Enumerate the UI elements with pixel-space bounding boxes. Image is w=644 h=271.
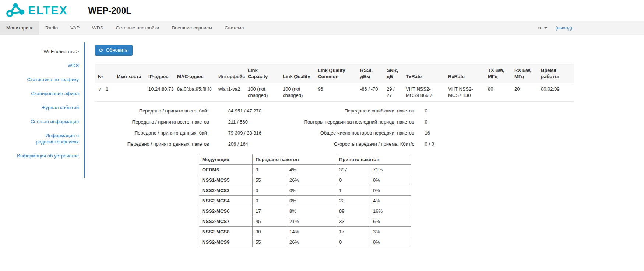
mod-rx-pct: 0% (370, 185, 411, 196)
client-details-right: Передано с ошибками, пакетов 0 Повторы п… (261, 108, 434, 152)
mod-col-rx-packets: Принято пакетов (336, 154, 411, 165)
modulation-row: NSS2-MCS7 45 21% 33 6% (199, 216, 411, 227)
sidebar-item-wifi-clients[interactable]: Wi-Fi клиенты > (15, 48, 79, 55)
col-header-rx-bw: RX BW, МГц (511, 64, 538, 83)
col-header-rssi: RSSI, дБм (357, 64, 384, 83)
eltex-logo-icon (4, 1, 27, 20)
mod-tx-count: 0 (253, 185, 286, 196)
mod-tx-count: 30 (253, 227, 286, 237)
mod-tx-pct: 21% (286, 216, 336, 227)
tab-radio[interactable]: Radio (39, 21, 64, 35)
client-mac: 8a:0f:ba:95:f8:f8 (174, 83, 215, 102)
detail-value: 0 (425, 108, 427, 114)
tab-monitoring[interactable]: Мониторинг (0, 21, 39, 35)
tab-external-services[interactable]: Внешние сервисы (165, 21, 218, 35)
modulation-row: NSS2-MCS4 0 0% 22 4% (199, 196, 411, 206)
modulation-header-row: Модуляция Передано пакетов Принято пакет… (199, 154, 411, 165)
collapse-chevron-icon[interactable]: ∨ (98, 86, 101, 93)
mod-rx-count: 22 (336, 196, 370, 206)
mod-rx-pct: 4% (370, 196, 411, 206)
mod-name: OFDM6 (199, 165, 253, 175)
col-header-link-quality-common: Link Quality Common (315, 64, 357, 83)
client-link-capacity: 100 (not changed) (245, 83, 280, 102)
detail-label: Передано / принято всего, пакетов (95, 119, 209, 125)
mod-tx-count: 0 (253, 196, 286, 206)
main-nav: Мониторинг Radio VAP WDS Сетевые настрой… (0, 21, 644, 35)
mod-tx-pct: 14% (286, 227, 336, 237)
modulation-row: NSS2-MCS3 0 0% 1 0% (199, 185, 411, 196)
sidebar-item-wds[interactable]: WDS (15, 62, 79, 69)
modulation-row: NSS2-MCS8 30 14% 17 3% (199, 227, 411, 237)
modulation-table: Модуляция Передано пакетов Принято пакет… (199, 154, 411, 247)
client-hostname (114, 83, 145, 102)
modulation-row: OFDM6 9 4% 397 71% (199, 165, 411, 175)
client-link-quality-common: 96 (315, 83, 357, 102)
col-header-uptime: Время работы (538, 64, 574, 83)
language-label: ru (538, 25, 543, 31)
col-header-txrate: TxRate (403, 64, 445, 83)
detail-label: Скорость передачи / приема, Кбит/с (261, 141, 414, 147)
mod-tx-count: 55 (253, 237, 286, 247)
client-details-left: Передано / принято всего, байт 84 951 / … (95, 108, 261, 152)
tab-network-settings[interactable]: Сетевые настройки (109, 21, 165, 35)
language-selector[interactable]: ru (538, 25, 548, 31)
client-rssi: -66 / -70 (357, 83, 384, 102)
col-header-hostname: Имя хоста (114, 64, 145, 83)
mod-rx-count: 0 (336, 237, 370, 247)
detail-row: Общее число повторов передачи, пакетов 1… (261, 130, 434, 136)
brand-name: ELTEX (28, 4, 68, 17)
mod-rx-count: 0 (336, 175, 370, 185)
client-snr: 29 / 27 (384, 83, 403, 102)
mod-rx-pct: 71% (370, 165, 411, 175)
detail-value: 206 / 164 (228, 141, 248, 147)
sidebar-item-radio-info[interactable]: Информация о радиоинтерфейсах (15, 132, 79, 145)
sidebar-item-air-scan[interactable]: Сканирование эфира (15, 90, 79, 97)
mod-name: NSS2-MCS3 (199, 185, 253, 196)
mod-tx-pct: 0% (286, 196, 336, 206)
mod-rx-pct: 6% (370, 216, 411, 227)
sidebar-item-network-info[interactable]: Сетевая информация (15, 118, 79, 125)
mod-col-modulation: Модуляция (199, 154, 253, 165)
mod-rx-count: 397 (336, 165, 370, 175)
detail-value: 84 951 / 47 270 (228, 108, 261, 114)
mod-tx-count: 45 (253, 216, 286, 227)
mod-tx-pct: 26% (286, 175, 336, 185)
col-header-tx-bw: TX BW, МГц (485, 64, 511, 83)
client-txrate: VHT NSS2-MCS9 866.7 (403, 83, 445, 102)
eltex-logo: ELTEX (4, 1, 68, 20)
logout-link[interactable]: (выход) (555, 25, 572, 31)
detail-row: Передано / принято данных, пакетов 206 /… (95, 141, 261, 147)
detail-row: Передано / принято всего, пакетов 211 / … (95, 119, 261, 125)
mod-tx-pct: 26% (286, 237, 336, 247)
tab-vap[interactable]: VAP (64, 21, 86, 35)
refresh-button[interactable]: ⟳ Обновить (95, 45, 133, 56)
detail-label: Передано / принято всего, байт (95, 108, 209, 114)
detail-row: Скорость передачи / приема, Кбит/с 0 / 0 (261, 141, 434, 147)
mod-col-tx-packets: Передано пакетов (253, 154, 336, 165)
client-tx-bw: 80 (485, 83, 511, 102)
modulation-row: NSS2-MCS9 55 26% 0 0% (199, 237, 411, 247)
detail-label: Передано / принято данных, байт (95, 130, 209, 136)
tab-wds[interactable]: WDS (86, 21, 109, 35)
tab-system[interactable]: Система (218, 21, 250, 35)
col-header-link-capacity: Link Capacity (245, 64, 280, 83)
client-link-quality: 100 (not changed) (280, 83, 315, 102)
chevron-down-icon (544, 27, 547, 29)
mod-name: NSS2-MCS7 (199, 216, 253, 227)
sidebar-item-event-log[interactable]: Журнал событий (15, 104, 79, 111)
col-header-link-quality: Link Quality (280, 64, 315, 83)
detail-value: 0 / 0 (425, 141, 434, 147)
detail-row: Передано / принято данных, байт 79 309 /… (95, 130, 261, 136)
wifi-clients-table: № Имя хоста IP-адрес MAC-адрес Интерфейс… (95, 64, 574, 102)
sidebar-item-traffic-stats[interactable]: Статистика по трафику (15, 76, 79, 83)
mod-rx-count: 1 (336, 185, 370, 196)
mod-name: NSS2-MCS6 (199, 206, 253, 216)
col-header-interface: Интерфейс (215, 64, 245, 83)
mod-name: NSS2-MCS9 (199, 237, 253, 247)
mod-name: NSS2-MCS8 (199, 227, 253, 237)
client-rx-bw: 20 (511, 83, 538, 102)
sidebar-item-device-info[interactable]: Информация об устройстве (15, 153, 79, 159)
detail-row: Повторы передачи за последний период, па… (261, 119, 434, 125)
detail-value: 0 (425, 119, 427, 125)
detail-value: 79 309 / 33 316 (228, 130, 261, 136)
